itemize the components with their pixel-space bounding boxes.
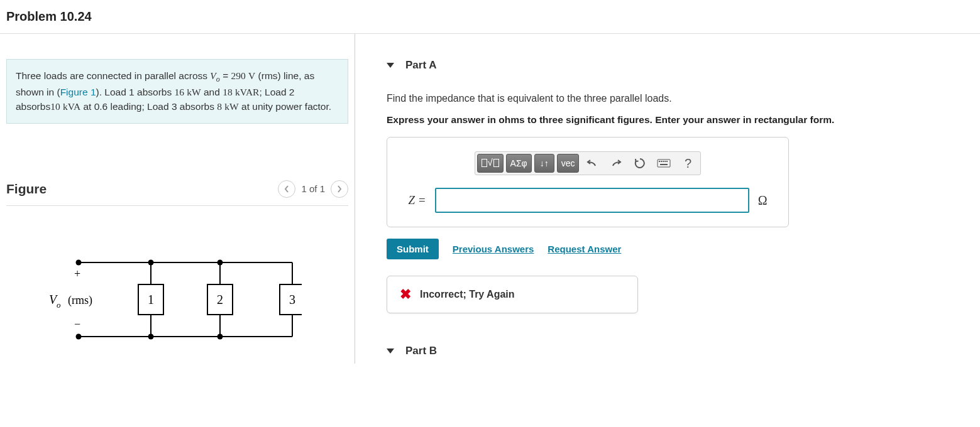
- load-3-label: 3: [289, 293, 295, 306]
- text: ). Load 1 absorbs: [96, 87, 175, 97]
- vo-value: 290: [231, 70, 246, 81]
- incorrect-icon: ✖: [400, 286, 411, 303]
- l2-s: 10: [50, 101, 60, 112]
- request-answer-link[interactable]: Request Answer: [548, 244, 621, 254]
- part-a-instruction: Find the impedance that is equivalent to…: [387, 93, 967, 104]
- undo-button[interactable]: [581, 154, 603, 173]
- l1-p: 16: [174, 87, 184, 97]
- figure-counter: 1 of 1: [301, 183, 325, 194]
- svg-rect-21: [664, 161, 666, 162]
- svg-rect-23: [660, 164, 668, 165]
- part-b-toggle[interactable]: [387, 349, 394, 354]
- svg-rect-19: [661, 161, 662, 162]
- svg-rect-20: [663, 161, 664, 162]
- greek-button[interactable]: ΑΣφ: [506, 154, 532, 173]
- source-sub: o: [57, 300, 61, 310]
- help-button[interactable]: ?: [677, 154, 698, 173]
- answer-unit: Ω: [758, 193, 768, 208]
- figure-prev-button[interactable]: [278, 180, 295, 198]
- text: =: [220, 70, 231, 81]
- l2-su: kVA: [63, 101, 80, 112]
- circuit-figure: 1 2 3 + − V o (rms): [44, 244, 348, 352]
- svg-rect-22: [666, 161, 668, 162]
- text: at 0.6 leading; Load 3 absorbs: [80, 101, 217, 112]
- figure-link[interactable]: Figure 1: [60, 87, 96, 97]
- feedback-box: ✖ Incorrect; Try Again: [387, 276, 638, 313]
- var-vo: V: [210, 70, 216, 81]
- svg-point-2: [76, 259, 82, 265]
- redo-button[interactable]: [605, 154, 627, 173]
- answer-input[interactable]: [435, 188, 749, 213]
- part-a-instruction-bold: Express your answer in ohms to three sig…: [387, 114, 967, 126]
- load-1-label: 1: [148, 293, 154, 306]
- keyboard-button[interactable]: [653, 154, 674, 173]
- submit-button[interactable]: Submit: [387, 239, 439, 259]
- equation-toolbar: √ ΑΣφ ↓↑ vec ?: [475, 151, 702, 175]
- right-column: Part A Find the impedance that is equiva…: [355, 34, 980, 364]
- answer-variable: Z =: [408, 193, 426, 207]
- l1-q: 18: [223, 87, 233, 97]
- left-column: Three loads are connected in parallel ac…: [0, 34, 355, 364]
- vector-button[interactable]: vec: [557, 154, 580, 173]
- problem-title: Problem 10.24: [6, 9, 974, 24]
- vo-unit: V: [248, 70, 255, 81]
- l1-pu: kW: [187, 87, 201, 97]
- redo-icon: [610, 158, 622, 168]
- undo-icon: [586, 158, 598, 168]
- l3-p: 8: [217, 101, 222, 112]
- text: at unity power factor.: [239, 101, 331, 112]
- svg-rect-18: [659, 161, 660, 162]
- reset-icon: [634, 158, 646, 169]
- figure-heading: Figure: [6, 181, 47, 197]
- text: and: [201, 87, 223, 97]
- svg-point-3: [76, 333, 82, 339]
- svg-rect-17: [658, 159, 670, 167]
- subscript-button[interactable]: ↓↑: [534, 154, 554, 173]
- load-2-label: 2: [217, 293, 223, 306]
- part-b-label: Part B: [405, 345, 437, 357]
- answer-container: √ ΑΣφ ↓↑ vec ?: [387, 137, 789, 227]
- chevron-left-icon: [284, 185, 289, 193]
- previous-answers-link[interactable]: Previous Answers: [453, 244, 534, 254]
- minus-sign: −: [74, 318, 80, 330]
- l3-pu: kW: [224, 101, 238, 112]
- plus-sign: +: [74, 268, 80, 280]
- l1-qu: kVAR: [235, 87, 259, 97]
- problem-statement: Three loads are connected in parallel ac…: [6, 59, 348, 124]
- figure-next-button[interactable]: [331, 180, 348, 198]
- templates-button[interactable]: √: [477, 154, 504, 173]
- reset-button[interactable]: [629, 154, 651, 173]
- source-note: (rms): [68, 294, 92, 307]
- feedback-text: Incorrect; Try Again: [420, 289, 515, 300]
- keyboard-icon: [657, 159, 671, 168]
- vo-note: (rms): [258, 70, 281, 81]
- part-a-toggle[interactable]: [387, 63, 394, 68]
- text: Three loads are connected in parallel ac…: [16, 70, 210, 81]
- part-a-label: Part A: [405, 59, 436, 72]
- chevron-right-icon: [337, 185, 342, 193]
